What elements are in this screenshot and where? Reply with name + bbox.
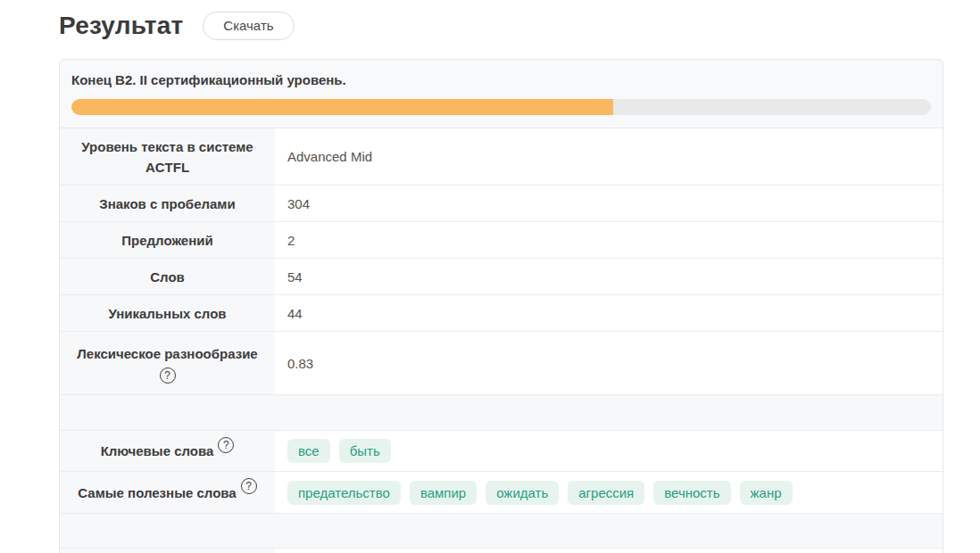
card-header: Конец B2. II сертификационный уровень. bbox=[60, 60, 943, 128]
row-value: 0.83 bbox=[275, 332, 943, 394]
row-value: 2 bbox=[275, 222, 943, 258]
level-title: Конец B2. II сертификационный уровень. bbox=[71, 72, 931, 87]
help-icon[interactable]: ? bbox=[218, 437, 234, 453]
row-label: Ключевые слова bbox=[101, 441, 214, 461]
level-progress-fill bbox=[71, 99, 613, 115]
download-button[interactable]: Скачать bbox=[203, 12, 294, 40]
table-row-chars: Знаков с пробелами 304 bbox=[60, 186, 943, 222]
row-label: Уровень текста в системе ACTFL bbox=[60, 128, 275, 185]
table-row-useful-words: Самые полезные слова ? предательство вам… bbox=[60, 472, 943, 514]
useful-word-tag: жанр bbox=[740, 481, 793, 505]
result-card: Конец B2. II сертификационный уровень. У… bbox=[59, 59, 943, 553]
keyword-tag: быть bbox=[339, 439, 391, 463]
row-label: Уникальных слов bbox=[60, 295, 275, 331]
table-row-lexical-diversity: Лексическое разнообразие ? 0.83 bbox=[60, 332, 943, 395]
row-value: 304 bbox=[275, 186, 943, 221]
level-progress-bar bbox=[71, 99, 931, 115]
row-value: Advanced Mid bbox=[275, 128, 943, 185]
row-label: Слов bbox=[60, 259, 275, 294]
table-row-sentences: Предложений 2 bbox=[60, 222, 943, 259]
page-title: Результат bbox=[59, 12, 183, 40]
row-value: 44 bbox=[275, 295, 943, 331]
table-row-clipped bbox=[60, 549, 943, 553]
table-row-actfl: Уровень текста в системе ACTFL Advanced … bbox=[60, 128, 943, 186]
empty-row bbox=[60, 395, 943, 431]
stats-table: Уровень текста в системе ACTFL Advanced … bbox=[60, 128, 943, 553]
row-label: Предложений bbox=[60, 222, 275, 258]
keyword-tag: все bbox=[287, 439, 330, 463]
page-header: Результат Скачать bbox=[0, 0, 980, 40]
table-row-words: Слов 54 bbox=[60, 259, 943, 295]
useful-word-tag: предательство bbox=[287, 481, 401, 505]
useful-word-tag: вечность bbox=[653, 481, 730, 505]
row-label: Знаков с пробелами bbox=[60, 186, 275, 221]
help-icon[interactable]: ? bbox=[160, 367, 176, 384]
table-row-keywords: Ключевые слова ? все быть bbox=[60, 431, 943, 472]
row-value: 54 bbox=[275, 259, 943, 294]
useful-word-tag: агрессия bbox=[568, 481, 644, 505]
useful-word-tag: вампир bbox=[410, 481, 477, 505]
results-page: Результат Скачать Конец B2. II сертифика… bbox=[0, 0, 980, 553]
help-icon[interactable]: ? bbox=[241, 478, 257, 494]
table-row-unique-words: Уникальных слов 44 bbox=[60, 295, 943, 332]
useful-word-tag: ожидать bbox=[486, 481, 559, 505]
empty-row bbox=[60, 514, 943, 549]
row-label: Самые полезные слова bbox=[78, 483, 236, 503]
row-label: Лексическое разнообразие bbox=[77, 343, 257, 364]
